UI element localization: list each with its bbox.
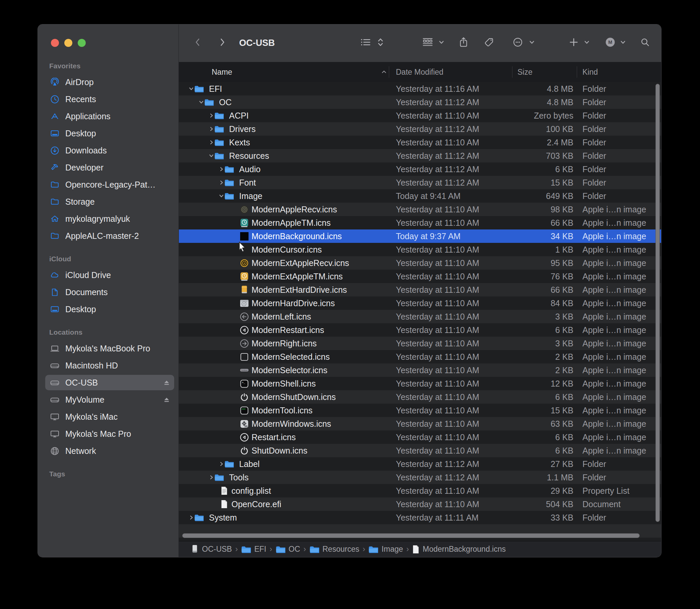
close-button[interactable] — [51, 39, 59, 47]
table-row[interactable]: Drivers Yesterday at 11:12 AM 100 KB Fol… — [179, 122, 661, 136]
minimize-button[interactable] — [64, 39, 72, 47]
add-button[interactable] — [569, 37, 579, 49]
sidebar-item-network[interactable]: Network — [45, 443, 174, 458]
disclosure-closed-icon[interactable] — [209, 475, 214, 480]
column-divider[interactable] — [577, 66, 577, 78]
table-row[interactable]: OC Yesterday at 11:12 AM 4.8 MB Folder — [179, 95, 661, 109]
disclosure-open-icon[interactable] — [219, 193, 224, 199]
column-header-name[interactable]: Name — [212, 62, 232, 82]
table-row[interactable]: Audio Yesterday at 11:12 AM 6 KB Folder — [179, 162, 661, 176]
disclosure-open-icon[interactable] — [198, 100, 204, 105]
disclosure-open-icon[interactable] — [189, 86, 194, 91]
disclosure-closed-icon[interactable] — [219, 461, 224, 467]
sidebar-item-myvolume[interactable]: MyVolume — [45, 392, 174, 407]
sidebar-item-desktop[interactable]: Desktop — [45, 301, 174, 317]
forward-button[interactable] — [219, 38, 226, 48]
sidebar-item-storage[interactable]: Storage — [45, 194, 174, 209]
table-row[interactable]: Label Yesterday at 11:12 AM 27 KB Folder — [179, 457, 661, 471]
table-row[interactable]: ModernRight.icns Yesterday at 11:10 AM 3… — [179, 337, 661, 350]
table-row[interactable]: ModernCursor.icns Yesterday at 11:10 AM … — [179, 243, 661, 256]
search-button[interactable] — [641, 37, 650, 49]
sidebar-item-opencore-legacy-pat-[interactable]: Opencore-Legacy-Pat… — [45, 177, 174, 192]
eject-icon[interactable] — [162, 379, 171, 387]
sidebar-item-mykola-s-mac-pro[interactable]: Mykola's Mac Pro — [45, 426, 174, 441]
table-row[interactable]: ModernExtHardDrive.icns Yesterday at 11:… — [179, 283, 661, 296]
path-segment[interactable]: OC-USB — [191, 545, 232, 554]
table-row[interactable]: ShutDown.icns Yesterday at 11:10 AM 6 KB… — [179, 444, 661, 457]
sidebar-item-recents[interactable]: Recents — [45, 91, 174, 107]
table-row[interactable]: OpenCore.efi Yesterday at 11:10 AM 504 K… — [179, 498, 661, 511]
path-segment[interactable]: OC — [276, 545, 300, 554]
sidebar-item-mykola-s-macbook-pro[interactable]: Mykola's MacBook Pro — [45, 341, 174, 356]
table-row[interactable]: ModernShutDown.icns Yesterday at 11:10 A… — [179, 390, 661, 404]
sidebar-item-documents[interactable]: Documents — [45, 284, 174, 300]
sidebar-item-airdrop[interactable]: AirDrop — [45, 74, 174, 90]
table-row[interactable]: ModernBackground.icns Today at 9:37 AM 3… — [179, 229, 661, 243]
column-header-size[interactable]: Size — [518, 62, 532, 82]
table-row[interactable]: ModernSelected.icns Yesterday at 11:10 A… — [179, 350, 661, 363]
disclosure-closed-icon[interactable] — [209, 113, 214, 118]
table-row[interactable]: ModernHardDrive.icns Yesterday at 11:10 … — [179, 296, 661, 310]
table-row[interactable]: ModernExtAppleRecv.icns Yesterday at 11:… — [179, 256, 661, 269]
table-row[interactable]: Image Today at 9:41 AM 649 KB Folder — [179, 189, 661, 203]
view-mode-arrows[interactable] — [377, 37, 384, 49]
disclosure-closed-icon[interactable] — [219, 180, 224, 185]
table-row[interactable]: Resources Yesterday at 11:12 AM 703 KB F… — [179, 149, 661, 162]
column-header-date[interactable]: Date Modified — [396, 62, 443, 82]
account-chevron[interactable] — [620, 39, 626, 47]
table-row[interactable]: Continue ModernSelector.icns Yesterday a… — [179, 363, 661, 377]
table-row[interactable]: Restart.icns Yesterday at 11:10 AM 6 KB … — [179, 431, 661, 444]
table-row[interactable]: ModernAppleTM.icns Yesterday at 11:10 AM… — [179, 216, 661, 229]
back-button[interactable] — [194, 38, 201, 48]
path-segment[interactable]: Image — [368, 545, 403, 554]
sidebar-item-oc-usb[interactable]: OC-USB — [45, 375, 174, 390]
table-row[interactable]: ACPI Yesterday at 11:10 AM Zero bytes Fo… — [179, 109, 661, 122]
zoom-button[interactable] — [78, 39, 86, 47]
column-divider[interactable] — [512, 66, 512, 78]
sidebar-item-applications[interactable]: Applications — [45, 108, 174, 124]
eject-icon[interactable] — [162, 396, 171, 404]
disclosure-closed-icon[interactable] — [209, 126, 214, 132]
sidebar-item-developer[interactable]: Developer — [45, 160, 174, 175]
table-row[interactable]: Kexts Yesterday at 11:10 AM 2.4 MB Folde… — [179, 136, 661, 149]
disclosure-open-icon[interactable] — [209, 153, 214, 158]
table-row[interactable]: ModernWindows.icns Yesterday at 11:10 AM… — [179, 417, 661, 431]
table-row[interactable]: System Yesterday at 11:11 AM 33 KB Folde… — [179, 511, 661, 524]
group-button[interactable] — [423, 38, 433, 48]
sidebar-item-macintosh-hd[interactable]: Macintosh HD — [45, 358, 174, 373]
add-chevron[interactable] — [584, 39, 590, 47]
sidebar-item-mykolagrymalyuk[interactable]: mykolagrymalyuk — [45, 211, 174, 226]
table-row[interactable]: ModernAppleRecv.icns Yesterday at 11:10 … — [179, 203, 661, 216]
share-button[interactable] — [459, 37, 468, 49]
sidebar-item-desktop[interactable]: Desktop — [45, 126, 174, 141]
column-header-kind[interactable]: Kind — [582, 62, 598, 82]
sidebar-item-icloud-drive[interactable]: iCloud Drive — [45, 267, 174, 283]
vertical-scrollbar[interactable] — [655, 84, 660, 522]
disclosure-closed-icon[interactable] — [189, 515, 194, 520]
table-row[interactable]: ModernRestart.icns Yesterday at 11:10 AM… — [179, 323, 661, 337]
sidebar-item-applealc-master-2[interactable]: AppleALC-master-2 — [45, 228, 174, 244]
group-chevron[interactable] — [438, 39, 444, 47]
table-row[interactable]: config.plist Yesterday at 11:10 AM 29 KB… — [179, 484, 661, 498]
table-row[interactable]: Tools Yesterday at 11:12 AM 1.1 MB Folde… — [179, 471, 661, 484]
table-row[interactable]: ModernExtAppleTM.icns Yesterday at 11:10… — [179, 269, 661, 283]
more-actions-chevron[interactable] — [529, 39, 535, 47]
table-row[interactable]: >_ ModernShell.icns Yesterday at 11:10 A… — [179, 377, 661, 390]
path-segment[interactable]: ModernBackground.icns — [412, 545, 506, 554]
sidebar-item-downloads[interactable]: Downloads — [45, 143, 174, 158]
tags-button[interactable] — [484, 37, 494, 49]
table-row[interactable]: EXEC ModernTool.icns Yesterday at 11:10 … — [179, 404, 661, 417]
path-segment[interactable]: Resources — [310, 545, 360, 554]
disclosure-closed-icon[interactable] — [209, 140, 214, 145]
disclosure-closed-icon[interactable] — [219, 167, 224, 172]
sidebar-item-mykola-s-imac[interactable]: Mykola's iMac — [45, 409, 174, 424]
more-actions-button[interactable] — [513, 37, 523, 49]
view-mode-button[interactable] — [361, 38, 371, 48]
table-row[interactable]: Font Yesterday at 11:12 AM 15 KB Folder — [179, 176, 661, 189]
path-segment[interactable]: EFI — [241, 545, 266, 554]
table-row[interactable]: EFI Yesterday at 11:16 AM 4.8 MB Folder — [179, 82, 661, 95]
table-row[interactable]: ModernLeft.icns Yesterday at 11:10 AM 3 … — [179, 310, 661, 323]
horizontal-scrollbar[interactable] — [182, 533, 640, 538]
column-divider[interactable] — [389, 66, 389, 78]
account-button[interactable]: M — [605, 37, 616, 49]
